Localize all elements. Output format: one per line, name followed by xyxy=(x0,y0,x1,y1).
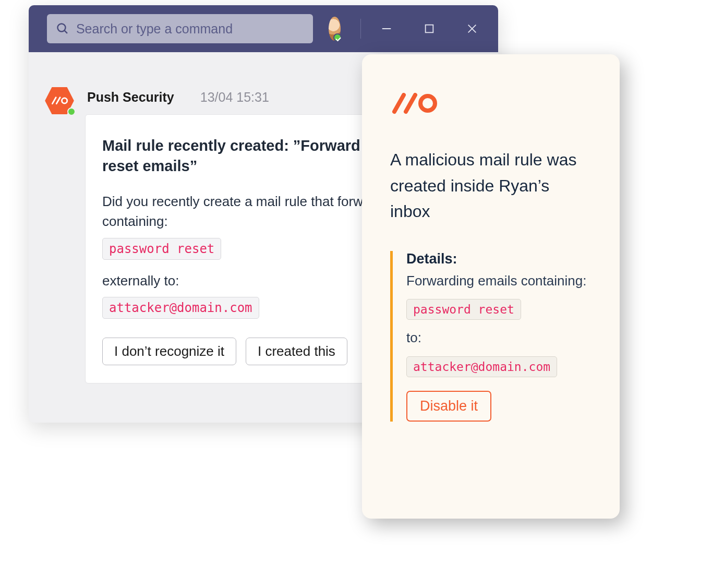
window-controls xyxy=(380,22,478,35)
bot-avatar xyxy=(44,86,75,116)
window-titlebar xyxy=(29,5,498,52)
svg-line-7 xyxy=(56,98,60,104)
svg-line-9 xyxy=(394,95,404,112)
dont-recognize-button[interactable]: I don’t recognize it xyxy=(102,338,236,365)
user-avatar[interactable] xyxy=(329,17,341,41)
presence-available-icon xyxy=(67,107,76,116)
recipient-chip: attacker@domain.com xyxy=(102,297,259,319)
panel-headline: A malicious mail rule was created inside… xyxy=(390,147,592,225)
svg-line-10 xyxy=(406,95,415,112)
sender-name: Push Security xyxy=(87,90,174,105)
svg-point-11 xyxy=(420,96,435,111)
svg-point-0 xyxy=(57,24,65,32)
message-timestamp: 13/04 15:31 xyxy=(200,90,269,105)
panel-recipient-chip: attacker@domain.com xyxy=(406,356,557,377)
disable-it-button[interactable]: Disable it xyxy=(406,391,491,422)
close-button[interactable] xyxy=(466,22,478,35)
minimize-button[interactable] xyxy=(380,22,393,35)
svg-line-1 xyxy=(64,30,67,33)
panel-keyword-chip: password reset xyxy=(406,299,521,320)
search-box[interactable] xyxy=(47,14,313,43)
keyword-chip: password reset xyxy=(102,238,221,260)
push-security-logo-icon xyxy=(390,93,592,117)
svg-point-8 xyxy=(62,98,67,103)
details-heading: Details: xyxy=(406,251,592,267)
svg-rect-3 xyxy=(426,25,433,33)
i-created-this-button[interactable]: I created this xyxy=(246,338,347,365)
search-input[interactable] xyxy=(76,21,304,37)
maximize-button[interactable] xyxy=(423,22,436,35)
to-label: to: xyxy=(406,327,592,349)
svg-line-6 xyxy=(52,98,56,104)
presence-available-icon xyxy=(333,33,342,42)
alert-panel: A malicious mail rule was created inside… xyxy=(362,54,620,519)
details-block: Details: Forwarding emails containing: p… xyxy=(390,251,592,422)
search-icon xyxy=(56,22,69,35)
forwarding-label: Forwarding emails containing: xyxy=(406,270,592,292)
